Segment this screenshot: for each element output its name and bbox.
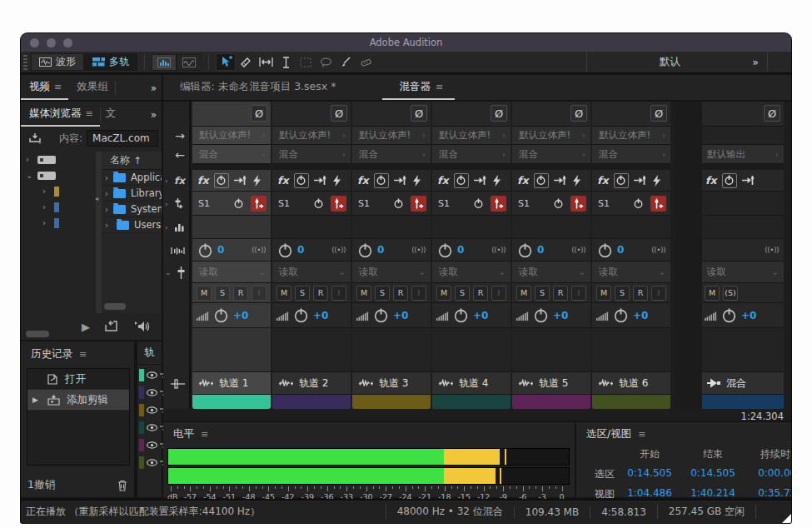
volume-knob[interactable]: [213, 307, 229, 323]
send-fader-button[interactable]: [411, 196, 426, 212]
column-header-name[interactable]: 名称 ↑: [102, 152, 162, 170]
button-i[interactable]: I: [651, 286, 666, 301]
volume-knob[interactable]: [533, 307, 549, 323]
button-m[interactable]: M: [516, 286, 531, 301]
send-power-button[interactable]: [633, 198, 644, 209]
button-m[interactable]: M: [356, 286, 371, 301]
send-fader-button[interactable]: [251, 196, 267, 212]
button-s[interactable]: S: [615, 286, 630, 301]
freeze-icon[interactable]: [572, 175, 581, 187]
tab-mixer[interactable]: 混音器 ≡: [382, 80, 455, 100]
button-s[interactable]: S: [535, 286, 550, 301]
sends-section-icon[interactable]: ›: [163, 192, 189, 216]
sv-time-value[interactable]: 0:00.000: [745, 467, 791, 481]
button-m[interactable]: M: [705, 286, 720, 301]
expand-chevron-icon[interactable]: ›: [105, 205, 108, 214]
multitrack-view-button[interactable]: 多轨: [84, 53, 137, 71]
phase-invert-button[interactable]: Ø: [251, 105, 267, 122]
ibeam-tool[interactable]: [276, 53, 296, 71]
volume-knob[interactable]: [613, 307, 629, 323]
h-scrollbar[interactable]: [104, 303, 126, 310]
freeze-icon[interactable]: [252, 175, 262, 187]
expand-chevron-icon[interactable]: ›: [105, 189, 108, 198]
button-r[interactable]: R: [633, 286, 648, 301]
folder-row[interactable]: ›Applications: [102, 170, 162, 186]
send-fader-button[interactable]: [650, 196, 666, 212]
output-select[interactable]: 混合›: [432, 145, 511, 164]
expand-chevron-icon[interactable]: ›: [105, 221, 112, 230]
button-s[interactable]: S: [215, 286, 230, 301]
play-icon[interactable]: ▶: [82, 321, 90, 333]
button-r[interactable]: R: [553, 286, 568, 301]
panel-menu-icon[interactable]: ≡: [638, 429, 645, 440]
track-name-row[interactable]: 轨道 6: [592, 372, 670, 395]
pan-knob[interactable]: [597, 242, 613, 258]
panel-menu-icon[interactable]: ≡: [201, 429, 208, 440]
button-i[interactable]: I: [331, 286, 346, 301]
razor-tool[interactable]: [236, 53, 256, 71]
button-m[interactable]: M: [436, 286, 451, 301]
button-s[interactable]: S: [375, 286, 390, 301]
pre-fader-icon[interactable]: [742, 175, 755, 186]
button-m[interactable]: M: [596, 286, 611, 301]
sv-time-value[interactable]: 0:14.505: [618, 467, 681, 481]
expand-chevron-icon[interactable]: ›: [105, 173, 108, 182]
lasso-selection-tool[interactable]: [316, 53, 336, 71]
panel-menu-icon[interactable]: ≡: [79, 349, 87, 360]
fx-power-button[interactable]: [534, 173, 549, 188]
track-name-row[interactable]: 轨道 2: [272, 372, 351, 395]
button-i[interactable]: I: [252, 286, 267, 301]
pre-fader-icon[interactable]: [234, 175, 247, 186]
phase-invert-button[interactable]: Ø: [491, 105, 507, 122]
history-item[interactable]: ▶打开: [27, 369, 129, 390]
output-select[interactable]: 混合›: [352, 145, 431, 164]
resize-grip[interactable]: [782, 514, 791, 523]
pan-knob[interactable]: [277, 242, 293, 258]
drive-row[interactable]: ›: [21, 152, 96, 167]
tab-editor[interactable]: 编辑器: 未命名混音项目 3.sesx *: [163, 80, 347, 100]
track-sliver-row[interactable]: [139, 456, 162, 470]
track-visibility-eye-icon[interactable]: [147, 459, 157, 466]
fx-section-icon[interactable]: ›fx: [163, 170, 189, 192]
spectral-frequency-toggle[interactable]: [152, 54, 177, 71]
drive-child-row[interactable]: ›: [21, 215, 96, 231]
button-r[interactable]: R: [393, 286, 408, 301]
input-select[interactable]: 默认立体声!›: [432, 127, 511, 145]
drive-row[interactable]: ⌄: [21, 167, 96, 183]
button-m[interactable]: M: [276, 286, 291, 301]
track-name-row[interactable]: 轨道 4: [432, 372, 511, 395]
waveform-view-button[interactable]: 波形: [31, 53, 84, 71]
pre-fader-icon[interactable]: [634, 175, 647, 186]
fx-power-button[interactable]: [374, 173, 389, 188]
input-select[interactable]: 默认立体声!›: [592, 127, 670, 145]
input-arrow-icon[interactable]: →: [163, 127, 189, 145]
track-sliver-row[interactable]: [139, 368, 162, 382]
button-i[interactable]: I: [491, 286, 506, 301]
fx-power-button[interactable]: [614, 173, 629, 188]
fx-power-button[interactable]: [294, 173, 309, 188]
eq-section-icon[interactable]: ›: [163, 216, 189, 239]
pan-knob[interactable]: [437, 242, 453, 258]
input-select[interactable]: 默认立体声!›: [192, 127, 271, 145]
drive-child-row[interactable]: ›: [21, 199, 96, 215]
fx-power-button[interactable]: [214, 173, 229, 188]
button-r[interactable]: R: [473, 286, 488, 301]
pan-section-icon[interactable]: [163, 239, 189, 262]
pre-fader-icon[interactable]: [314, 175, 327, 186]
button-i[interactable]: I: [571, 286, 586, 301]
spot-healing-brush-tool[interactable]: [356, 53, 376, 71]
panel-menu-icon[interactable]: ≡: [54, 82, 62, 92]
track-sliver-row[interactable]: [139, 421, 162, 435]
button-s[interactable]: S: [295, 286, 310, 301]
folder-row[interactable]: ›Users: [102, 217, 162, 233]
output-arrow-icon[interactable]: ←: [163, 145, 189, 164]
input-select[interactable]: 默认立体声!›: [512, 127, 590, 145]
send-power-button[interactable]: [473, 198, 484, 209]
tab-files[interactable]: 文: [101, 107, 123, 127]
automation-mode-select[interactable]: 读取⌄: [700, 262, 784, 283]
track-visibility-eye-icon[interactable]: [147, 371, 157, 379]
automation-mode-select[interactable]: 读取⌄: [592, 262, 670, 283]
phase-invert-button[interactable]: Ø: [764, 105, 780, 122]
track-sliver-row[interactable]: [139, 438, 162, 452]
send-fader-button[interactable]: [331, 196, 346, 212]
